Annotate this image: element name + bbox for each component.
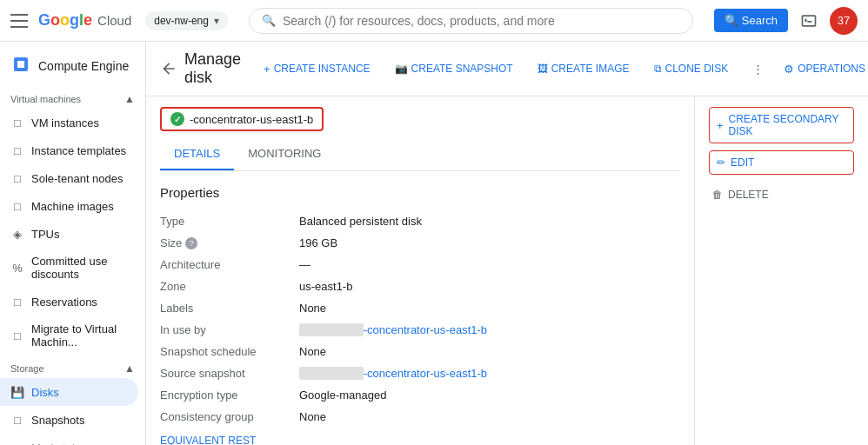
google-cloud-logo: Google Cloud (38, 11, 131, 30)
prop-type-value: Balanced persistent disk (299, 215, 680, 228)
sidebar-item-tpus[interactable]: ◈ TPUs (0, 220, 138, 248)
main-layout: Compute Engine Virtual machines ▲ □ VM i… (0, 42, 868, 445)
create-image-button[interactable]: 🖼 CREATE IMAGE (529, 57, 638, 80)
clone-disk-icon: ⧉ (654, 63, 662, 75)
create-secondary-icon: + (717, 119, 724, 132)
tabs: DETAILS MONITORING (160, 138, 680, 171)
machine-images-icon: □ (10, 199, 24, 213)
svg-rect-1 (17, 61, 24, 68)
operations-button[interactable]: ⚙ OPERATIONS ▾ (775, 57, 868, 81)
terminal-icon[interactable] (795, 7, 823, 35)
page-header: Manage disk + CREATE INSTANCE 📷 CREATE S… (146, 42, 868, 96)
prop-snapshot-schedule: Snapshot schedule None (160, 341, 680, 362)
user-avatar[interactable]: 37 (830, 7, 858, 35)
storage-section-chevron[interactable]: ▲ (124, 362, 135, 375)
properties-section-title: Properties (160, 185, 680, 200)
prop-size-value: 196 GB (299, 236, 680, 249)
hamburger-menu[interactable] (10, 10, 31, 31)
prop-type: Type Balanced persistent disk (160, 210, 680, 232)
sidebar-item-machine-images[interactable]: □ Machine images (0, 192, 138, 220)
prop-encryption-type-value: Google-managed (299, 389, 680, 402)
operations-icon: ⚙ (784, 63, 794, 76)
prop-in-use-by-value: ████████-concentrator-us-east1-b (299, 323, 680, 336)
tab-monitoring[interactable]: MONITORING (234, 138, 335, 170)
create-snapshot-button[interactable]: 📷 CREATE SNAPSHOT (386, 57, 522, 80)
search-bar: 🔍 (249, 8, 693, 34)
vm-section-chevron[interactable]: ▲ (124, 93, 135, 105)
clone-disk-button[interactable]: ⧉ CLONE DISK (645, 57, 738, 80)
search-icon: 🔍 (262, 14, 276, 27)
equivalent-rest-link[interactable]: EQUIVALENT REST (160, 428, 256, 445)
resource-name-box: -concentrator-us-east1-b (160, 107, 324, 131)
snapshots-icon: □ (10, 413, 24, 427)
prop-consistency-group-value: None (299, 410, 680, 423)
side-actions-panel: + CREATE SECONDARY DISK ✏ EDIT 🗑 DELETE (694, 96, 868, 445)
search-btn-icon: 🔍 (724, 14, 738, 27)
prop-size: Size ? 196 GB (160, 232, 680, 254)
committed-use-icon: % (10, 261, 24, 275)
properties-table: Type Balanced persistent disk Size ? 196… (160, 210, 680, 428)
create-instance-icon: + (264, 63, 270, 76)
sidebar-item-sole-tenant[interactable]: □ Sole-tenant nodes (0, 164, 138, 192)
sidebar-item-vm-instances[interactable]: □ VM instances (0, 109, 138, 136)
prop-labels: Labels None (160, 297, 680, 319)
prop-source-snapshot-value: ████████-concentrator-us-east1-b (299, 367, 680, 380)
prop-snapshot-schedule-value: None (299, 345, 680, 358)
prop-in-use-by: In use by ████████-concentrator-us-east1… (160, 319, 680, 341)
main-content: Manage disk + CREATE INSTANCE 📷 CREATE S… (146, 42, 868, 445)
back-button[interactable] (160, 58, 177, 79)
edit-button[interactable]: ✏ EDIT (709, 150, 854, 175)
marketplace-icon: □ (10, 441, 24, 445)
prop-architecture-value: — (299, 258, 680, 271)
content-area: -concentrator-us-east1-b DETAILS MONITOR… (146, 96, 868, 445)
prop-source-snapshot: Source snapshot ████████-concentrator-us… (160, 362, 680, 384)
sidebar-item-migrate[interactable]: □ Migrate to Virtual Machin... (0, 315, 138, 355)
virtual-machines-section: Virtual machines ▲ (0, 86, 145, 109)
sidebar-item-disks[interactable]: 💾 Disks (0, 378, 138, 406)
edit-icon: ✏ (717, 156, 725, 169)
sole-tenant-icon: □ (10, 171, 24, 185)
sidebar: Compute Engine Virtual machines ▲ □ VM i… (0, 42, 146, 445)
create-snapshot-icon: 📷 (395, 63, 408, 75)
page-title: Manage disk (184, 50, 241, 87)
topbar: Google Cloud dev-nw-eng ▾ 🔍 🔍 Search 37 (0, 0, 868, 42)
project-selector[interactable]: dev-nw-eng ▾ (145, 11, 228, 30)
prop-zone-value: us-east1-b (299, 280, 680, 293)
source-snapshot-link[interactable]: ████████-concentrator-us-east1-b (299, 367, 487, 380)
prop-architecture: Architecture — (160, 254, 680, 276)
content-main: -concentrator-us-east1-b DETAILS MONITOR… (146, 96, 694, 445)
sidebar-item-committed-use[interactable]: % Committed use discounts (0, 248, 138, 288)
prop-consistency-group: Consistency group None (160, 406, 680, 428)
reservations-icon: □ (10, 295, 24, 309)
resource-bar: -concentrator-us-east1-b (160, 107, 680, 131)
topbar-right: 37 (795, 7, 858, 35)
create-instance-button[interactable]: + CREATE INSTANCE (255, 57, 379, 81)
delete-button[interactable]: 🗑 DELETE (709, 182, 854, 208)
create-secondary-disk-button[interactable]: + CREATE SECONDARY DISK (709, 107, 854, 143)
migrate-icon: □ (10, 329, 24, 342)
more-options-button[interactable]: ⋮ (744, 55, 771, 83)
project-dropdown-icon: ▾ (214, 15, 219, 27)
sidebar-item-marketplace[interactable]: □ Marketplace (0, 434, 138, 445)
size-help-icon[interactable]: ? (185, 237, 197, 249)
tpus-icon: ◈ (10, 227, 24, 241)
sidebar-title: Compute Engine (38, 59, 129, 73)
sidebar-item-reservations[interactable]: □ Reservations (0, 288, 138, 315)
tab-details[interactable]: DETAILS (160, 138, 234, 170)
search-input[interactable] (283, 14, 680, 28)
delete-icon: 🗑 (712, 189, 723, 201)
in-use-by-link[interactable]: ████████-concentrator-us-east1-b (299, 323, 487, 336)
sidebar-header: Compute Engine (0, 42, 145, 86)
status-icon (170, 112, 184, 126)
sidebar-item-snapshots[interactable]: □ Snapshots (0, 406, 138, 434)
storage-section: Storage ▲ (0, 355, 145, 378)
search-btn-label: Search (742, 14, 778, 27)
disks-icon: 💾 (10, 385, 24, 399)
compute-engine-icon (10, 54, 31, 77)
prop-zone: Zone us-east1-b (160, 276, 680, 297)
search-button[interactable]: 🔍 Search (714, 9, 788, 32)
sidebar-item-instance-templates[interactable]: □ Instance templates (0, 136, 138, 164)
prop-labels-value: None (299, 302, 680, 315)
create-image-icon: 🖼 (537, 63, 548, 75)
vm-instances-icon: □ (10, 116, 24, 130)
